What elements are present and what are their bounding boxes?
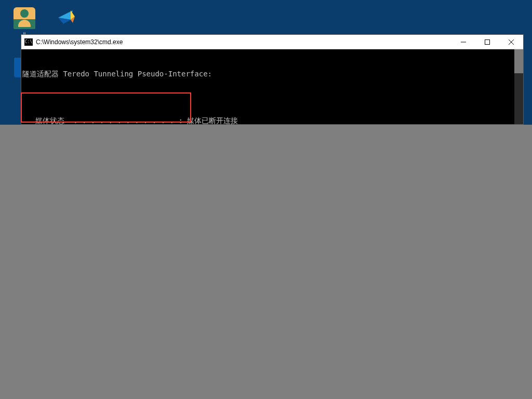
svg-rect-1 xyxy=(485,39,490,44)
cmd-window: C:\ C:\Windows\system32\cmd.exe 隧道适配器 Te… xyxy=(21,34,524,125)
window-title: C:\Windows\system32\cmd.exe xyxy=(36,38,451,46)
terminal-line: 隧道适配器 Teredo Tunneling Pseudo-Interface: xyxy=(21,69,521,78)
maximize-button[interactable] xyxy=(475,35,499,49)
user-icon xyxy=(14,7,35,29)
titlebar[interactable]: C:\ C:\Windows\system32\cmd.exe xyxy=(21,35,523,49)
scrollbar[interactable] xyxy=(514,49,523,124)
close-button[interactable] xyxy=(499,35,523,49)
desktop-icon-user[interactable]: ji xyxy=(6,7,43,37)
cmd-icon: C:\ xyxy=(24,38,33,46)
terminal-output[interactable]: 隧道适配器 Teredo Tunneling Pseudo-Interface:… xyxy=(21,49,523,124)
shield-icon xyxy=(55,7,77,29)
minimize-button[interactable] xyxy=(451,35,475,49)
scrollbar-thumb[interactable] xyxy=(514,49,523,73)
terminal-line: 媒体状态 . . . . . . . . . . . . : 媒体已断开连接 xyxy=(21,116,521,124)
desktop-icon-shield[interactable] xyxy=(48,7,84,31)
